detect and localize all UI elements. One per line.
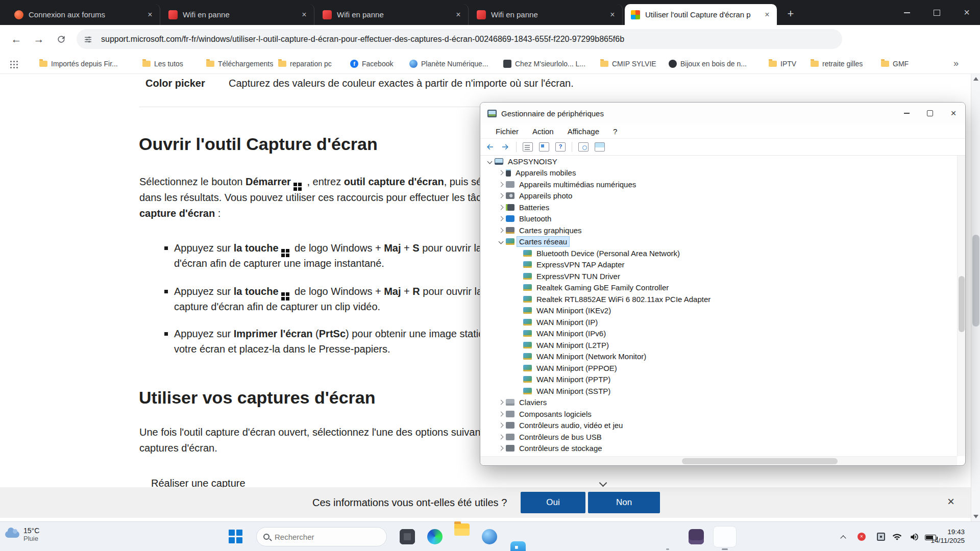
scroll-up-icon[interactable] [973, 77, 978, 81]
chevron-collapsed-icon[interactable] [498, 170, 504, 176]
new-tab-button[interactable] [783, 7, 798, 22]
bookmark-item[interactable]: Téléchargements [206, 53, 273, 74]
chevron-expanded-icon[interactable] [486, 158, 493, 164]
volume-icon[interactable] [910, 532, 919, 544]
scroll-down-icon[interactable] [973, 515, 978, 518]
tree-item[interactable]: WAN Miniport (PPTP) [480, 374, 957, 386]
feedback-yes-button[interactable]: Oui [521, 492, 585, 513]
tree-item[interactable]: Bluetooth Device (Personal Area Network) [480, 247, 957, 259]
chevron-collapsed-icon[interactable] [498, 227, 504, 233]
tab-wifi-2[interactable]: Wifi en panne [316, 4, 469, 25]
tree-item[interactable]: Contrôleurs de stockage [480, 443, 957, 455]
taskbar-edge-icon[interactable] [427, 529, 443, 544]
tab-close-icon[interactable] [608, 10, 617, 19]
tree-item[interactable]: Appareils mobiles [480, 167, 957, 179]
tree-item[interactable]: WAN Miniport (L2TP) [480, 339, 957, 351]
window-minimize-button[interactable] [894, 0, 920, 25]
bookmark-item[interactable]: retraite gilles [811, 53, 863, 74]
bookmark-item[interactable]: Importés depuis Fir... [39, 53, 118, 74]
bookmark-item[interactable]: GMF [881, 53, 909, 74]
tree-item[interactable]: Appareils photo [480, 190, 957, 202]
scrollbar-thumb[interactable] [959, 276, 965, 332]
chevron-collapsed-icon[interactable] [498, 193, 504, 199]
tree-item[interactable]: ExpressVPN TAP Adapter [480, 259, 957, 271]
back-icon[interactable] [9, 32, 23, 46]
tree-item[interactable]: WAN Miniport (IPv6) [480, 328, 957, 340]
chevron-collapsed-icon[interactable] [498, 216, 504, 222]
url-text[interactable]: support.microsoft.com/fr-fr/windows/util… [101, 29, 698, 49]
tree-item[interactable]: Composants logiciels [480, 408, 957, 420]
tree-item[interactable]: WAN Miniport (Network Monitor) [480, 351, 957, 363]
tab-wifi-3[interactable]: Wifi en panne [471, 4, 623, 25]
tree-item[interactable]: Contrôleurs audio, vidéo et jeu [480, 420, 957, 432]
device-manager-titlebar[interactable]: Gestionnaire de périphériques [480, 103, 965, 124]
bookmark-item[interactable]: reparation pc [278, 53, 332, 74]
menu-affichage[interactable]: Affichage [568, 127, 599, 136]
chevron-collapsed-icon[interactable] [498, 422, 504, 429]
site-settings-icon[interactable] [84, 35, 92, 46]
tree-item[interactable]: Contrôleurs de bus USB [480, 431, 957, 443]
tree-item[interactable]: Realtek Gaming GbE Family Controller [480, 282, 957, 294]
dm-help-icon[interactable]: ? [555, 142, 566, 152]
tray-vpn-status-icon[interactable]: × [857, 533, 866, 541]
reload-icon[interactable] [54, 32, 68, 46]
bookmark-item[interactable]: CMIP SYLVIE [600, 53, 656, 74]
bookmark-item[interactable]: IPTV [769, 53, 796, 74]
tray-chevron-up-icon[interactable] [840, 535, 846, 540]
bookmark-item-facebook[interactable]: fFacebook [350, 53, 393, 74]
dm-horizontal-scrollbar[interactable] [480, 456, 957, 465]
taskbar-search[interactable] [256, 527, 387, 546]
dm-properties-icon[interactable] [539, 142, 549, 152]
tab-close-icon[interactable] [454, 10, 463, 19]
chevron-expanded-icon[interactable] [498, 239, 504, 245]
tab-wifi-1[interactable]: Wifi en panne [162, 4, 314, 25]
bookmarks-overflow-icon[interactable] [953, 53, 959, 74]
dm-console-icon[interactable] [523, 142, 533, 152]
maximize-icon[interactable] [918, 103, 942, 124]
chevron-collapsed-icon[interactable] [498, 445, 504, 452]
chevron-down-icon[interactable] [600, 480, 607, 487]
taskbar-app-icon[interactable] [482, 529, 497, 544]
page-scrollbar[interactable] [971, 74, 980, 521]
bookmark-item[interactable]: Les tutos [142, 53, 183, 74]
close-icon[interactable] [942, 103, 965, 124]
tab-close-icon[interactable] [763, 10, 772, 19]
tree-item[interactable]: Claviers [480, 397, 957, 409]
tree-item[interactable]: WAN Miniport (IP) [480, 316, 957, 328]
apps-grid-icon[interactable] [10, 61, 12, 62]
tree-item[interactable]: ExpressVPN TUN Driver [480, 270, 957, 282]
start-button[interactable] [229, 530, 243, 544]
menu-action[interactable]: Action [532, 127, 554, 136]
feedback-no-button[interactable]: Non [588, 492, 660, 513]
wifi-icon[interactable] [892, 532, 902, 544]
tree-item-network-adapters[interactable]: Cartes réseau [480, 236, 957, 248]
forward-icon[interactable] [32, 32, 46, 46]
tray-app-icon[interactable] [877, 533, 885, 541]
tree-item[interactable]: Batteries [480, 202, 957, 213]
taskbar-app-icon[interactable] [689, 529, 704, 544]
minimize-icon[interactable] [895, 103, 918, 124]
chevron-collapsed-icon[interactable] [498, 434, 504, 440]
tree-item[interactable]: Appareils multimédias numériques [480, 179, 957, 190]
taskbar-store-icon[interactable] [510, 541, 526, 551]
weather-widget[interactable]: 15°C Pluie [5, 527, 39, 542]
menu-help[interactable]: ? [613, 127, 617, 136]
taskbar-file-explorer-icon[interactable] [454, 523, 470, 536]
search-input[interactable] [275, 533, 366, 541]
tab-close-icon[interactable] [300, 10, 309, 19]
tree-item[interactable]: WAN Miniport (SSTP) [480, 385, 957, 397]
tree-item[interactable]: Realtek RTL8852AE WiFi 6 802.11ax PCIe A… [480, 293, 957, 305]
chevron-collapsed-icon[interactable] [498, 399, 504, 406]
tree-item[interactable]: WAN Miniport (IKEv2) [480, 305, 957, 317]
bookmark-item[interactable]: Bijoux en bois de n... [669, 53, 747, 74]
dm-monitor-icon[interactable] [595, 142, 605, 152]
bookmark-item[interactable]: Planète Numérique... [409, 53, 488, 74]
taskbar-app-icon[interactable] [400, 529, 415, 544]
scrollbar-thumb[interactable] [972, 235, 979, 327]
menu-fichier[interactable]: Fichier [496, 127, 519, 136]
tab-forums[interactable]: Connexion aux forums [8, 4, 160, 25]
dm-vertical-scrollbar[interactable] [957, 156, 965, 456]
taskbar-clock[interactable]: 19:43 14/11/2025 [930, 528, 965, 545]
tree-item-computer[interactable]: ASPSYNOISY [480, 156, 957, 167]
chevron-collapsed-icon[interactable] [498, 204, 504, 210]
